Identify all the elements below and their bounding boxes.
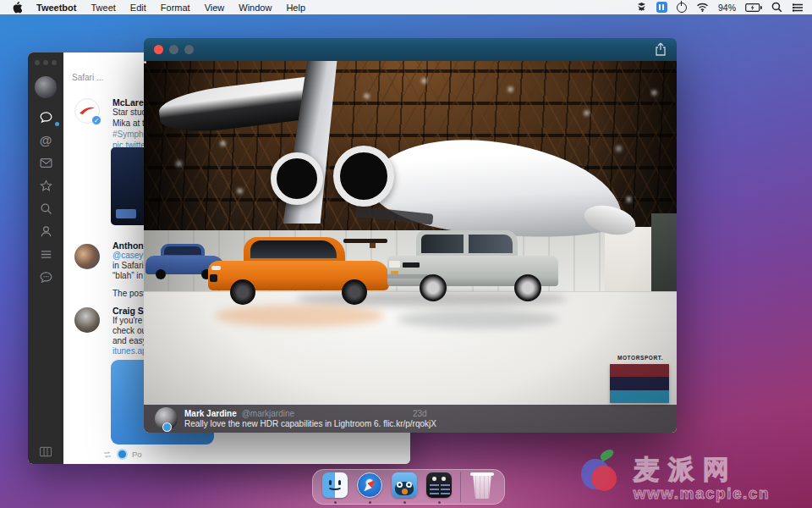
notification-center-icon[interactable]	[792, 3, 804, 13]
timeline-fragment: Safari ...	[72, 73, 103, 82]
close-button[interactable]	[154, 45, 163, 54]
wifi-icon[interactable]	[696, 3, 709, 12]
photo-hangar-bmw: MOTORSPORT.	[144, 61, 677, 433]
tweet-caption-bar: Mark Jardine @markjardine 23d Really lov…	[144, 405, 677, 433]
retweet-icon	[102, 450, 112, 459]
caption-timestamp: 23d	[413, 409, 427, 418]
running-indicator	[403, 501, 406, 504]
caption-author-handle[interactable]: @markjardine	[242, 409, 294, 418]
running-indicator	[438, 501, 441, 504]
menu-item-help[interactable]: Help	[286, 3, 305, 13]
finder-icon	[322, 472, 348, 498]
lists-icon[interactable]	[39, 247, 53, 262]
mentions-icon[interactable]: @	[39, 133, 53, 147]
window-controls-inactive[interactable]	[35, 60, 57, 65]
share-button[interactable]	[654, 42, 667, 57]
dock-item-utility[interactable]	[425, 472, 453, 501]
dock-separator	[460, 472, 461, 502]
trash-rim	[470, 472, 494, 476]
menu-item-edit[interactable]: Edit	[130, 3, 146, 13]
menu-item-tweet[interactable]: Tweet	[91, 3, 115, 13]
unread-indicator	[55, 122, 59, 126]
battery-icon[interactable]	[745, 3, 762, 12]
viewer-titlebar	[144, 38, 677, 61]
spotlight-icon[interactable]	[771, 2, 782, 13]
utility-app-icon	[426, 472, 452, 498]
menu-item-view[interactable]: View	[205, 3, 225, 13]
caption-link[interactable]: flic.kr/p/rqokjX	[383, 419, 436, 428]
dock	[312, 469, 505, 505]
running-indicator	[334, 501, 337, 504]
avatar-mclaren[interactable]: ✓	[74, 98, 100, 124]
retweet-attribution[interactable]: Po	[102, 449, 142, 460]
messages-icon[interactable]	[39, 156, 53, 170]
avatar-craig[interactable]	[74, 307, 100, 333]
menu-item-format[interactable]: Format	[161, 3, 190, 13]
power-status-icon[interactable]	[677, 3, 687, 13]
thumbnail-tag	[116, 209, 136, 218]
menu-item-window[interactable]: Window	[239, 3, 272, 13]
dock-item-tweetbot[interactable]	[391, 472, 418, 501]
caption-author-name[interactable]: Mark Jardine	[184, 409, 237, 418]
minimize-button[interactable]	[169, 45, 178, 54]
timeline-icon[interactable]	[39, 110, 53, 124]
column-view-icon[interactable]	[39, 446, 52, 457]
profile-icon[interactable]	[39, 224, 53, 239]
apple-menu[interactable]	[12, 2, 22, 14]
avatar-anthony[interactable]	[74, 244, 100, 269]
menu-item-app[interactable]: Tweetbot	[36, 3, 76, 13]
running-indicator	[369, 501, 371, 504]
macpie-apple-logo-icon	[581, 450, 625, 498]
verified-icon: ✓	[91, 115, 102, 125]
favorites-icon[interactable]	[39, 179, 53, 193]
dock-item-finder[interactable]	[321, 472, 348, 501]
dock-item-trash[interactable]	[469, 472, 496, 501]
tweetbot-sidebar: @	[28, 52, 63, 464]
blue-status-icon[interactable]	[656, 2, 667, 13]
trash-icon	[472, 474, 493, 499]
watermark-title: 麦派网	[634, 452, 770, 488]
user-avatar[interactable]	[35, 76, 57, 98]
watermark-url: www.macpie.cn	[634, 484, 770, 503]
mute-icon[interactable]	[39, 270, 53, 284]
search-icon[interactable]	[39, 202, 53, 216]
photo-vignette	[144, 61, 677, 433]
safari-icon	[357, 472, 382, 498]
media-viewer-window[interactable]: MOTORSPORT. Mark Jardine @markjardine 23…	[144, 38, 677, 433]
zoom-button[interactable]	[184, 45, 194, 54]
menu-bar: Tweetbot Tweet Edit Format View Window H…	[0, 0, 812, 14]
retweeter-avatar	[117, 449, 128, 460]
status-app-icon[interactable]	[636, 3, 647, 13]
watermark: 麦派网 www.macpie.cn	[634, 452, 770, 503]
tweetbot-icon	[392, 472, 417, 498]
dock-item-safari[interactable]	[356, 472, 383, 501]
caption-text: Really love the new HDR capabilities in …	[184, 419, 383, 428]
caption-avatar-badge	[162, 422, 172, 432]
battery-percentage: 94%	[718, 3, 736, 13]
desktop: Safari ... ✓ McLaren Star studde Mika at…	[0, 0, 812, 508]
retweeter-name: Po	[132, 450, 142, 459]
